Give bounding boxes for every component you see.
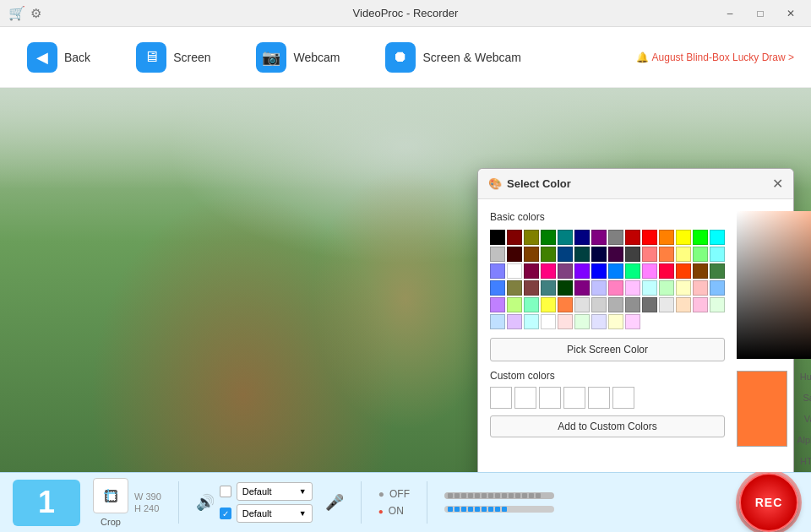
basic-color-cell-4[interactable]: [558, 230, 573, 245]
speaker-dropdown[interactable]: Default ▼: [237, 482, 313, 501]
basic-color-cell-71[interactable]: [507, 314, 522, 329]
basic-color-cell-2[interactable]: [524, 230, 539, 245]
basic-color-cell-11[interactable]: [676, 230, 691, 245]
basic-color-cell-75[interactable]: [574, 314, 590, 329]
basic-color-cell-54[interactable]: [693, 280, 708, 296]
basic-color-cell-40[interactable]: [693, 263, 708, 279]
basic-color-cell-45[interactable]: [541, 280, 556, 296]
webcam-button[interactable]: 📷 Webcam: [246, 35, 350, 79]
basic-color-cell-56[interactable]: [490, 297, 505, 312]
basic-color-cell-22[interactable]: [625, 247, 640, 262]
basic-color-cell-57[interactable]: [507, 297, 522, 312]
basic-color-cell-73[interactable]: [541, 314, 556, 329]
basic-color-cell-58[interactable]: [524, 297, 539, 312]
basic-color-cell-46[interactable]: [558, 280, 573, 296]
basic-color-cell-26[interactable]: [693, 247, 708, 262]
basic-color-cell-50[interactable]: [625, 280, 640, 296]
maximize-button[interactable]: □: [748, 5, 772, 22]
custom-cell-4[interactable]: [563, 387, 585, 409]
basic-color-cell-47[interactable]: [574, 280, 590, 296]
basic-color-cell-16[interactable]: [524, 247, 539, 262]
mic-icon[interactable]: 🎤: [325, 493, 344, 512]
basic-color-cell-3[interactable]: [541, 230, 556, 245]
basic-color-cell-36[interactable]: [625, 263, 640, 279]
basic-color-cell-61[interactable]: [574, 297, 590, 312]
basic-color-cell-62[interactable]: [591, 297, 607, 312]
basic-color-cell-10[interactable]: [659, 230, 674, 245]
basic-color-cell-60[interactable]: [558, 297, 573, 312]
basic-color-cell-49[interactable]: [608, 280, 623, 296]
cart-icon[interactable]: 🛒: [8, 5, 25, 21]
basic-color-cell-33[interactable]: [574, 263, 590, 279]
slider-top[interactable]: [444, 492, 554, 499]
basic-color-cell-18[interactable]: [558, 247, 573, 262]
basic-color-cell-24[interactable]: [659, 247, 674, 262]
basic-color-cell-8[interactable]: [625, 230, 640, 245]
speaker-checkbox[interactable]: [220, 486, 231, 497]
custom-cell-2[interactable]: [514, 387, 536, 409]
basic-color-cell-64[interactable]: [625, 297, 640, 312]
crop-button[interactable]: [93, 478, 128, 513]
basic-color-cell-1[interactable]: [507, 230, 522, 245]
basic-color-cell-37[interactable]: [642, 263, 657, 279]
minimize-button[interactable]: –: [718, 5, 742, 22]
basic-color-cell-39[interactable]: [676, 263, 691, 279]
basic-color-cell-65[interactable]: [642, 297, 657, 312]
basic-color-cell-12[interactable]: [693, 230, 708, 245]
basic-color-cell-52[interactable]: [659, 280, 674, 296]
basic-color-cell-67[interactable]: [676, 297, 691, 312]
gear-icon[interactable]: ⚙: [30, 6, 41, 21]
basic-color-cell-41[interactable]: [710, 263, 725, 279]
mic-dropdown[interactable]: Default ▼: [237, 504, 313, 523]
color-spectrum[interactable]: +: [737, 211, 811, 359]
basic-color-cell-44[interactable]: [524, 280, 539, 296]
basic-color-cell-5[interactable]: [574, 230, 590, 245]
basic-color-cell-0[interactable]: [490, 230, 505, 245]
pick-screen-color-button[interactable]: Pick Screen Color: [490, 338, 725, 361]
basic-color-cell-76[interactable]: [591, 314, 607, 329]
dialog-close-button[interactable]: ✕: [772, 176, 783, 192]
basic-color-cell-6[interactable]: [591, 230, 607, 245]
basic-color-cell-55[interactable]: [710, 280, 725, 296]
back-button[interactable]: ◀ Back: [17, 35, 101, 79]
screen-webcam-button[interactable]: ⏺ Screen & Webcam: [375, 35, 531, 79]
rec-button[interactable]: REC: [739, 473, 798, 532]
basic-color-cell-51[interactable]: [642, 280, 657, 296]
basic-color-cell-77[interactable]: [608, 314, 623, 329]
basic-color-cell-70[interactable]: [490, 314, 505, 329]
custom-cell-5[interactable]: [588, 387, 610, 409]
basic-color-cell-74[interactable]: [558, 314, 573, 329]
basic-color-cell-20[interactable]: [591, 247, 607, 262]
basic-color-cell-17[interactable]: [541, 247, 556, 262]
basic-color-cell-78[interactable]: [625, 314, 640, 329]
basic-color-cell-13[interactable]: [710, 230, 725, 245]
slider-bottom[interactable]: [444, 506, 554, 513]
speaker-icon[interactable]: 🔊: [196, 493, 215, 512]
basic-color-cell-9[interactable]: [642, 230, 657, 245]
basic-color-cell-21[interactable]: [608, 247, 623, 262]
basic-color-cell-69[interactable]: [710, 297, 725, 312]
basic-color-cell-27[interactable]: [710, 247, 725, 262]
basic-color-cell-31[interactable]: [541, 263, 556, 279]
custom-cell-1[interactable]: [490, 387, 512, 409]
basic-color-cell-63[interactable]: [608, 297, 623, 312]
basic-color-cell-38[interactable]: [659, 263, 674, 279]
custom-cell-6[interactable]: [612, 387, 634, 409]
basic-color-cell-15[interactable]: [507, 247, 522, 262]
basic-color-cell-59[interactable]: [541, 297, 556, 312]
basic-color-cell-7[interactable]: [608, 230, 623, 245]
basic-color-cell-43[interactable]: [507, 280, 522, 296]
basic-color-cell-32[interactable]: [558, 263, 573, 279]
basic-color-cell-19[interactable]: [574, 247, 590, 262]
basic-color-cell-28[interactable]: [490, 263, 505, 279]
basic-color-cell-53[interactable]: [676, 280, 691, 296]
basic-color-cell-48[interactable]: [591, 280, 607, 296]
basic-color-cell-14[interactable]: [490, 247, 505, 262]
basic-color-cell-42[interactable]: [490, 280, 505, 296]
basic-color-cell-72[interactable]: [524, 314, 539, 329]
basic-color-cell-25[interactable]: [676, 247, 691, 262]
basic-color-cell-68[interactable]: [693, 297, 708, 312]
mic-checkbox[interactable]: ✓: [220, 508, 231, 519]
promo-banner[interactable]: 🔔 August Blind-Box Lucky Draw >: [636, 52, 794, 63]
custom-cell-3[interactable]: [539, 387, 561, 409]
